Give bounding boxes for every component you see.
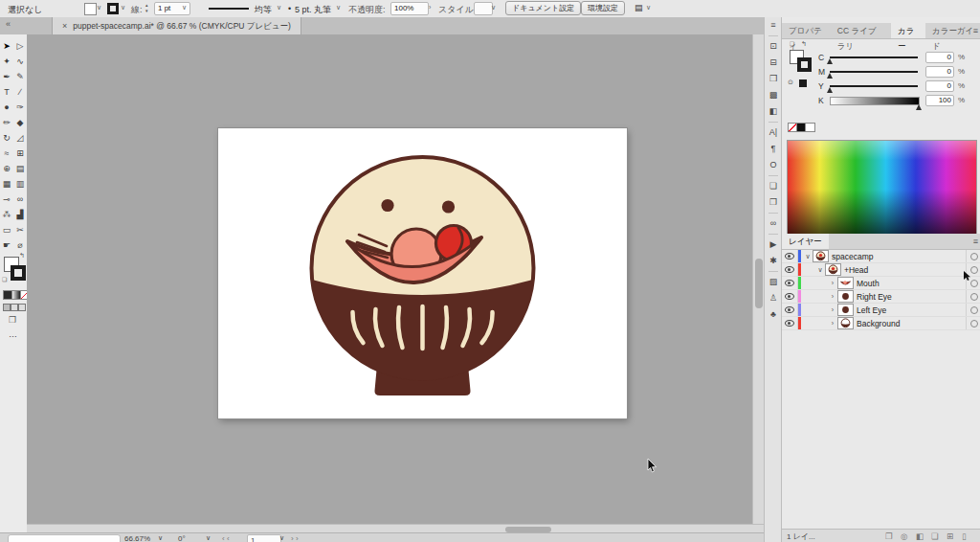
fill-dropdown-icon[interactable]: ∨ xyxy=(97,4,101,11)
swap-fill-stroke-icon[interactable]: ↰ xyxy=(19,252,25,260)
tab-properties[interactable]: プロパティ xyxy=(782,23,831,38)
layer-thumbnail[interactable] xyxy=(813,250,829,262)
eyedropper-tool-icon[interactable]: ⊸ xyxy=(0,192,13,207)
layer-visibility-cell[interactable] xyxy=(782,304,798,316)
layer-target-cell[interactable] xyxy=(966,263,980,276)
grayscale-swatch-icon[interactable] xyxy=(799,79,807,87)
draw-inside-mode-icon[interactable] xyxy=(18,304,26,311)
tab-scroll-left-icon[interactable]: « xyxy=(6,19,11,29)
opentype-panel-icon[interactable]: O xyxy=(765,157,782,173)
layer-name[interactable]: Background xyxy=(857,319,966,328)
artboards-panel-icon[interactable]: ❐ xyxy=(765,194,782,211)
layer-name[interactable]: Mouth xyxy=(857,279,966,288)
layer-thumbnail[interactable] xyxy=(837,290,854,303)
slider-handle[interactable] xyxy=(827,87,833,93)
opacity-flyout-icon[interactable]: › xyxy=(429,4,431,11)
stroke-color-swatch[interactable] xyxy=(107,3,119,14)
lab-icon[interactable]: ⊙ xyxy=(788,79,793,86)
shape-panel-icon[interactable]: ◧ xyxy=(765,103,782,120)
layer-row--head[interactable]: ∨+Head xyxy=(782,263,980,277)
slider-track[interactable] xyxy=(830,71,918,73)
zoom-level[interactable]: 66.67% xyxy=(124,534,150,542)
actions-panel-icon[interactable]: ▶ xyxy=(765,237,782,253)
layer-row-background[interactable]: ›Background xyxy=(782,317,980,330)
symbols-panel-icon[interactable]: ♣ xyxy=(765,306,782,323)
target-circle-icon[interactable] xyxy=(970,280,978,287)
free-transform-tool-icon[interactable]: ⊞ xyxy=(13,146,27,161)
slider-handle[interactable] xyxy=(827,73,833,79)
pen-tool-icon[interactable]: ✒ xyxy=(0,69,13,84)
layer-visibility-cell[interactable] xyxy=(782,263,798,276)
layer-row-right-eye[interactable]: ›Right Eye xyxy=(782,290,980,304)
ellipse-tool-icon[interactable]: ● xyxy=(0,100,13,115)
swatches-panel-icon[interactable]: ▨ xyxy=(765,274,782,290)
slider-track[interactable] xyxy=(830,85,918,87)
pencil-tool-icon[interactable]: ✏ xyxy=(0,115,13,130)
slider-handle[interactable] xyxy=(916,104,922,110)
eye-icon[interactable] xyxy=(785,266,794,273)
document-setup-button[interactable]: ドキュメント設定 xyxy=(505,1,581,15)
selection-tool-icon[interactable]: ➤ xyxy=(0,38,13,54)
slider-value[interactable]: 0 xyxy=(925,52,954,63)
slider-handle[interactable] xyxy=(827,58,833,64)
target-circle-icon[interactable] xyxy=(970,253,978,260)
stroke-weight-dropdown-icon[interactable]: ∨ xyxy=(182,4,187,11)
layer-visibility-cell[interactable] xyxy=(782,277,798,289)
layer-thumbnail[interactable] xyxy=(837,304,854,316)
tab-color[interactable]: カラー xyxy=(891,23,925,38)
tab-color-guide[interactable]: カラーガイド xyxy=(925,23,980,38)
eye-icon[interactable] xyxy=(785,306,794,313)
layer-thumbnail[interactable] xyxy=(837,277,854,289)
hand-tool-icon[interactable]: ☛ xyxy=(0,237,13,253)
left-eye-shape[interactable] xyxy=(381,199,393,212)
make-clipping-mask-icon[interactable]: ◧ xyxy=(916,531,924,541)
brush-dropdown-icon[interactable]: ∨ xyxy=(336,4,341,11)
align-panel-icon[interactable]: ⊟ xyxy=(765,55,782,71)
chevron-down-icon[interactable]: ∨ xyxy=(816,266,824,274)
panel-dock-menu-icon[interactable]: ≡ xyxy=(765,17,782,34)
search-layers-icon[interactable]: ◎ xyxy=(901,531,907,541)
transform-panel-icon[interactable]: ⊡ xyxy=(765,38,782,55)
layer-target-cell[interactable] xyxy=(966,290,980,303)
color-panel-menu-icon[interactable]: ≡ xyxy=(973,26,978,35)
layer-thumbnail[interactable] xyxy=(825,263,841,276)
mesh-tool-icon[interactable]: ▦ xyxy=(0,176,13,192)
layer-visibility-cell[interactable] xyxy=(782,250,798,262)
eye-icon[interactable] xyxy=(785,293,794,300)
collect-for-export-icon[interactable]: ❐ xyxy=(885,531,893,541)
status-field[interactable] xyxy=(8,534,121,542)
paintbrush-tool-icon[interactable]: ✑ xyxy=(13,100,27,115)
layer-name[interactable]: Left Eye xyxy=(857,305,966,315)
layers-panel-menu-icon[interactable]: ≡ xyxy=(973,237,978,246)
layer-visibility-cell[interactable] xyxy=(782,290,798,303)
magic-wand-tool-icon[interactable]: ✦ xyxy=(0,54,13,69)
layers-dock-icon[interactable]: ❏ xyxy=(765,178,782,194)
stroke-weight-stepper[interactable]: ▴▾ xyxy=(145,2,148,13)
blend-tool-icon[interactable]: ∞ xyxy=(13,192,27,207)
type-tool-icon[interactable]: T xyxy=(0,84,13,100)
blob-brush-tool-icon[interactable]: ◆ xyxy=(13,115,27,130)
links-panel-icon[interactable]: ∞ xyxy=(765,215,782,232)
layer-name[interactable]: +Head xyxy=(844,265,966,275)
width-profile-dropdown-icon[interactable]: ∨ xyxy=(277,4,281,11)
layer-row-mouth[interactable]: ›Mouth xyxy=(782,277,980,290)
layer-row-spacecamp[interactable]: ∨spacecamp xyxy=(782,250,980,263)
curvature-tool-icon[interactable]: ✎ xyxy=(13,69,27,84)
draw-normal-mode-icon[interactable] xyxy=(3,304,11,311)
target-circle-icon[interactable] xyxy=(970,293,978,301)
character-panel-icon[interactable]: A| xyxy=(765,124,782,141)
artboard-nav-current[interactable]: 1 xyxy=(247,534,281,542)
preferences-button[interactable]: 環境設定 xyxy=(581,1,625,15)
chevron-right-icon[interactable]: › xyxy=(829,320,836,327)
new-sublayer-icon[interactable]: ❏ xyxy=(931,531,939,541)
rotate-tool-icon[interactable]: ↻ xyxy=(0,130,13,146)
direct-selection-tool-icon[interactable]: ▷ xyxy=(13,38,27,54)
shape-builder-tool-icon[interactable]: ⊕ xyxy=(0,161,13,176)
panel-stroke-proxy[interactable] xyxy=(797,57,812,72)
scale-tool-icon[interactable]: ◿ xyxy=(13,130,27,146)
brush-value[interactable]: 5 pt. 丸筆 xyxy=(295,4,331,16)
stroke-dropdown-icon[interactable]: ∨ xyxy=(121,4,125,11)
width-tool-icon[interactable]: ≈ xyxy=(0,146,13,161)
tab-layers[interactable]: レイヤー xyxy=(782,234,829,249)
white-swatch[interactable] xyxy=(805,123,815,132)
